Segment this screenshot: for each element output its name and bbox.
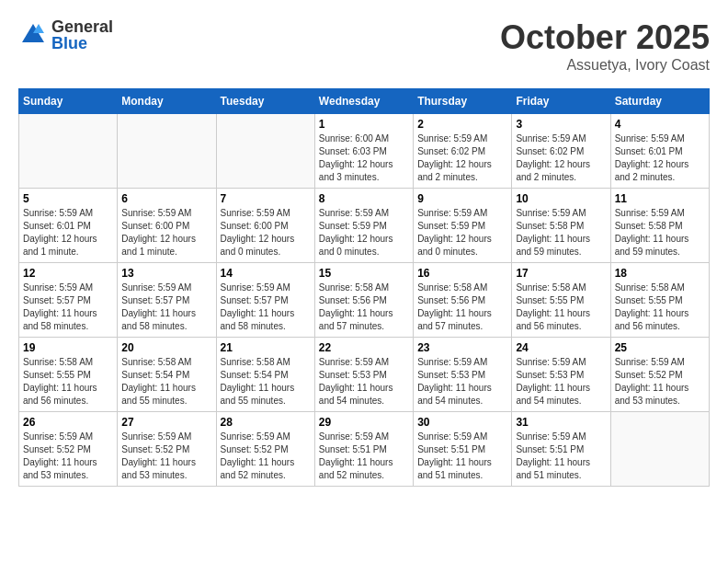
day-number: 7 xyxy=(221,192,311,205)
calendar-day-cell: 1Sunrise: 6:00 AM Sunset: 6:03 PM Daylig… xyxy=(314,114,413,189)
location-subtitle: Assuetya, Ivory Coast xyxy=(500,57,710,74)
day-info: Sunrise: 5:59 AM Sunset: 5:57 PM Dayligh… xyxy=(221,282,311,333)
day-info: Sunrise: 5:58 AM Sunset: 5:55 PM Dayligh… xyxy=(615,282,705,333)
logo-blue: Blue xyxy=(51,35,113,52)
day-number: 14 xyxy=(221,267,311,280)
day-number: 27 xyxy=(121,416,211,429)
calendar-day-cell: 14Sunrise: 5:59 AM Sunset: 5:57 PM Dayli… xyxy=(216,263,314,338)
page-header: General Blue October 2025 Assuetya, Ivor… xyxy=(18,18,710,74)
calendar-day-cell: 17Sunrise: 5:58 AM Sunset: 5:55 PM Dayli… xyxy=(512,263,610,338)
day-number: 5 xyxy=(23,192,113,205)
calendar-day-cell: 16Sunrise: 5:58 AM Sunset: 5:56 PM Dayli… xyxy=(414,263,512,338)
day-number: 24 xyxy=(516,341,606,354)
calendar-day-cell: 25Sunrise: 5:59 AM Sunset: 5:52 PM Dayli… xyxy=(610,338,709,412)
calendar-day-cell: 23Sunrise: 5:59 AM Sunset: 5:53 PM Dayli… xyxy=(414,338,512,412)
calendar-day-cell: 8Sunrise: 5:59 AM Sunset: 5:59 PM Daylig… xyxy=(314,189,413,263)
calendar-day-cell xyxy=(19,114,118,189)
day-number: 28 xyxy=(221,416,311,429)
logo-icon xyxy=(18,20,48,50)
day-number: 11 xyxy=(615,192,705,205)
day-info: Sunrise: 5:59 AM Sunset: 6:01 PM Dayligh… xyxy=(23,207,113,259)
calendar-day-cell: 4Sunrise: 5:59 AM Sunset: 6:01 PM Daylig… xyxy=(610,114,709,189)
day-number: 8 xyxy=(319,192,409,205)
calendar-day-cell: 29Sunrise: 5:59 AM Sunset: 5:51 PM Dayli… xyxy=(314,412,413,487)
day-number: 17 xyxy=(516,267,606,280)
day-number: 23 xyxy=(417,341,507,354)
day-info: Sunrise: 5:59 AM Sunset: 6:00 PM Dayligh… xyxy=(221,207,311,259)
day-info: Sunrise: 5:59 AM Sunset: 5:59 PM Dayligh… xyxy=(417,207,507,259)
day-number: 19 xyxy=(23,341,113,354)
calendar-day-cell: 22Sunrise: 5:59 AM Sunset: 5:53 PM Dayli… xyxy=(314,338,413,412)
calendar-day-cell: 11Sunrise: 5:59 AM Sunset: 5:58 PM Dayli… xyxy=(610,189,709,263)
calendar-day-cell: 28Sunrise: 5:59 AM Sunset: 5:52 PM Dayli… xyxy=(216,412,314,487)
calendar-day-cell: 12Sunrise: 5:59 AM Sunset: 5:57 PM Dayli… xyxy=(19,263,118,338)
day-number: 30 xyxy=(417,416,507,429)
day-info: Sunrise: 5:59 AM Sunset: 5:59 PM Dayligh… xyxy=(319,207,409,259)
logo-text: General Blue xyxy=(51,18,113,52)
col-header-wednesday: Wednesday xyxy=(314,89,413,114)
calendar-day-cell: 20Sunrise: 5:58 AM Sunset: 5:54 PM Dayli… xyxy=(118,338,216,412)
logo: General Blue xyxy=(18,18,113,52)
day-number: 25 xyxy=(615,341,705,354)
calendar-day-cell: 9Sunrise: 5:59 AM Sunset: 5:59 PM Daylig… xyxy=(414,189,512,263)
day-info: Sunrise: 5:59 AM Sunset: 5:57 PM Dayligh… xyxy=(121,282,211,333)
title-block: October 2025 Assuetya, Ivory Coast xyxy=(500,18,710,74)
col-header-thursday: Thursday xyxy=(414,89,512,114)
day-number: 13 xyxy=(121,267,211,280)
calendar-day-cell: 31Sunrise: 5:59 AM Sunset: 5:51 PM Dayli… xyxy=(512,412,610,487)
month-title: October 2025 xyxy=(500,18,710,57)
day-info: Sunrise: 5:59 AM Sunset: 6:00 PM Dayligh… xyxy=(121,207,211,259)
calendar-day-cell: 13Sunrise: 5:59 AM Sunset: 5:57 PM Dayli… xyxy=(118,263,216,338)
calendar-header-row: SundayMondayTuesdayWednesdayThursdayFrid… xyxy=(19,89,710,114)
day-number: 10 xyxy=(516,192,606,205)
calendar-table: SundayMondayTuesdayWednesdayThursdayFrid… xyxy=(18,88,710,487)
calendar-week-row: 19Sunrise: 5:58 AM Sunset: 5:55 PM Dayli… xyxy=(19,338,710,412)
calendar-day-cell: 30Sunrise: 5:59 AM Sunset: 5:51 PM Dayli… xyxy=(414,412,512,487)
calendar-day-cell: 26Sunrise: 5:59 AM Sunset: 5:52 PM Dayli… xyxy=(19,412,118,487)
calendar-day-cell: 21Sunrise: 5:58 AM Sunset: 5:54 PM Dayli… xyxy=(216,338,314,412)
day-info: Sunrise: 5:59 AM Sunset: 6:01 PM Dayligh… xyxy=(615,132,705,184)
day-number: 15 xyxy=(319,267,409,280)
calendar-week-row: 12Sunrise: 5:59 AM Sunset: 5:57 PM Dayli… xyxy=(19,263,710,338)
calendar-day-cell: 24Sunrise: 5:59 AM Sunset: 5:53 PM Dayli… xyxy=(512,338,610,412)
day-info: Sunrise: 5:59 AM Sunset: 6:02 PM Dayligh… xyxy=(417,132,507,184)
day-info: Sunrise: 5:58 AM Sunset: 5:54 PM Dayligh… xyxy=(121,356,211,408)
day-info: Sunrise: 5:59 AM Sunset: 5:58 PM Dayligh… xyxy=(615,207,705,259)
calendar-day-cell: 2Sunrise: 5:59 AM Sunset: 6:02 PM Daylig… xyxy=(414,114,512,189)
day-info: Sunrise: 5:59 AM Sunset: 5:53 PM Dayligh… xyxy=(417,356,507,408)
day-info: Sunrise: 5:58 AM Sunset: 5:56 PM Dayligh… xyxy=(417,282,507,333)
calendar-week-row: 26Sunrise: 5:59 AM Sunset: 5:52 PM Dayli… xyxy=(19,412,710,487)
day-info: Sunrise: 6:00 AM Sunset: 6:03 PM Dayligh… xyxy=(319,132,409,184)
day-number: 4 xyxy=(615,118,705,131)
day-number: 1 xyxy=(319,118,409,131)
calendar-day-cell: 15Sunrise: 5:58 AM Sunset: 5:56 PM Dayli… xyxy=(314,263,413,338)
day-number: 22 xyxy=(319,341,409,354)
logo-general: General xyxy=(51,18,113,35)
day-info: Sunrise: 5:59 AM Sunset: 5:52 PM Dayligh… xyxy=(23,431,113,482)
calendar-day-cell: 7Sunrise: 5:59 AM Sunset: 6:00 PM Daylig… xyxy=(216,189,314,263)
day-number: 6 xyxy=(121,192,211,205)
day-info: Sunrise: 5:59 AM Sunset: 5:53 PM Dayligh… xyxy=(319,356,409,408)
day-info: Sunrise: 5:59 AM Sunset: 5:52 PM Dayligh… xyxy=(615,356,705,408)
day-info: Sunrise: 5:59 AM Sunset: 5:52 PM Dayligh… xyxy=(221,431,311,482)
day-number: 29 xyxy=(319,416,409,429)
day-info: Sunrise: 5:59 AM Sunset: 5:53 PM Dayligh… xyxy=(516,356,606,408)
day-info: Sunrise: 5:59 AM Sunset: 5:52 PM Dayligh… xyxy=(121,431,211,482)
day-info: Sunrise: 5:58 AM Sunset: 5:55 PM Dayligh… xyxy=(516,282,606,333)
day-number: 16 xyxy=(417,267,507,280)
calendar-day-cell: 18Sunrise: 5:58 AM Sunset: 5:55 PM Dayli… xyxy=(610,263,709,338)
day-number: 20 xyxy=(121,341,211,354)
day-number: 21 xyxy=(221,341,311,354)
calendar-day-cell: 5Sunrise: 5:59 AM Sunset: 6:01 PM Daylig… xyxy=(19,189,118,263)
calendar-day-cell xyxy=(118,114,216,189)
calendar-week-row: 1Sunrise: 6:00 AM Sunset: 6:03 PM Daylig… xyxy=(19,114,710,189)
calendar-day-cell: 10Sunrise: 5:59 AM Sunset: 5:58 PM Dayli… xyxy=(512,189,610,263)
col-header-tuesday: Tuesday xyxy=(216,89,314,114)
day-number: 18 xyxy=(615,267,705,280)
day-info: Sunrise: 5:59 AM Sunset: 5:51 PM Dayligh… xyxy=(417,431,507,482)
day-number: 12 xyxy=(23,267,113,280)
day-info: Sunrise: 5:59 AM Sunset: 5:51 PM Dayligh… xyxy=(516,431,606,482)
day-info: Sunrise: 5:59 AM Sunset: 5:51 PM Dayligh… xyxy=(319,431,409,482)
calendar-week-row: 5Sunrise: 5:59 AM Sunset: 6:01 PM Daylig… xyxy=(19,189,710,263)
col-header-saturday: Saturday xyxy=(610,89,709,114)
